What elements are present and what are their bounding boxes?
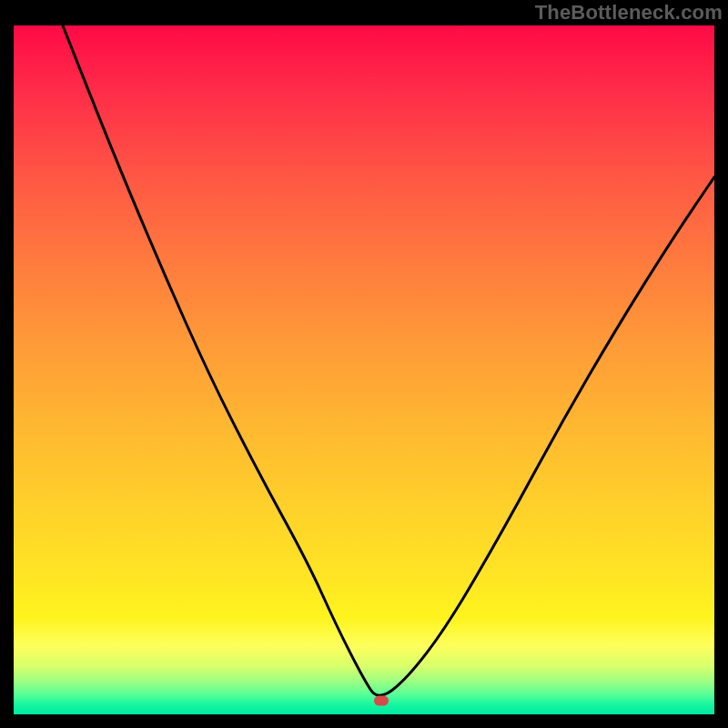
watermark-text: TheBottleneck.com bbox=[535, 1, 723, 25]
curve-svg bbox=[14, 25, 714, 714]
plot-area bbox=[14, 25, 714, 714]
chart-frame: TheBottleneck.com bbox=[0, 0, 728, 728]
bottleneck-curve-path bbox=[63, 25, 714, 695]
optimum-marker bbox=[374, 695, 389, 705]
